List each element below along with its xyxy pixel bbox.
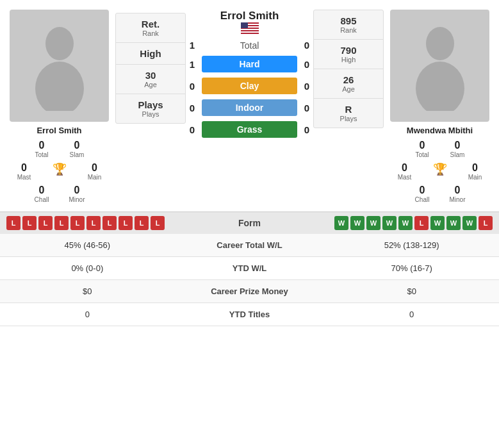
stats-right-val: 0 [324,303,499,326]
player1-mast: 0 Mast [10,162,38,181]
player2-chall: 0 Chall [408,185,437,203]
form-badge-p1: L [54,216,69,230]
stats-left-val: 45% (46-56) [0,234,175,257]
player1-high-cell: High [116,43,185,65]
indoor-row: 0 Indoor 0 [186,99,313,116]
stats-row: $0 Career Prize Money $0 [0,280,499,303]
stats-center-label: YTD W/L [175,257,325,280]
form-badge-p2: W [398,216,413,230]
form-badge-p2: L [414,216,429,230]
form-badge-p1: L [151,216,165,230]
svg-point-0 [45,27,74,60]
form-section: LLLLLLLLLL Form WWWWWLWWWL [0,212,499,234]
player1-flag [241,22,259,34]
center-block: Errol Smith 1 Total 0 1 Hard 0 0 Clay 0 [186,10,313,138]
main-container: Errol Smith 0 Total 0 Slam 0 Mast 🏆 [0,0,499,326]
player2-total: 0 Total [408,140,437,158]
form-badge-p1: L [135,216,149,230]
hard-row: 1 Hard 0 [186,56,313,72]
form-badge-p2: W [366,216,380,230]
stats-table: 45% (46-56) Career Total W/L 52% (138-12… [0,234,499,326]
player2-high-cell: 790 High [314,40,383,69]
top-row: Errol Smith 0 Total 0 Slam 0 Mast 🏆 [0,0,499,212]
stats-center-label: Career Total W/L [175,234,325,257]
svg-point-1 [35,62,84,111]
player1-block: Errol Smith 0 Total 0 Slam 0 Mast 🏆 [3,10,115,205]
form-label: Form [238,218,261,228]
form-badge-p2: W [334,216,348,230]
stats-right-val: 70% (16-7) [324,257,499,280]
player2-name: Mwendwa Mbithi [407,126,473,135]
player1-stats-top: 0 Total 0 Slam [28,140,92,158]
clay-row: 0 Clay 0 [186,78,313,94]
player1-info-box: Ret. Rank High 30 Age Plays Plays [115,13,186,124]
form-badge-p1: L [70,216,85,230]
player1-header: Errol Smith [220,10,279,34]
player2-plays-cell: R Plays [314,99,383,128]
stats-right-val: 52% (138-129) [324,234,499,257]
player1-minor: 0 Minor [63,185,92,203]
form-badge-p1: L [102,216,117,230]
stats-row: 0 YTD Titles 0 [0,303,499,326]
player1-age-cell: 30 Age [116,65,185,94]
stats-left-val: 0% (0-0) [0,257,175,280]
player1-avatar [10,10,109,122]
form-badge-p2: W [382,216,397,230]
player2-slam: 0 Slam [443,140,472,158]
player1-plays-cell: Plays Plays [116,94,185,123]
form-badge-p1: L [6,216,20,230]
form-badge-p1: L [38,216,53,230]
stats-right-val: $0 [324,280,499,303]
stats-center-label: YTD Titles [175,303,325,326]
player2-avatar [390,10,489,122]
player1-stats-bot: 0 Chall 0 Minor [28,185,92,203]
player1-name: Errol Smith [37,126,81,135]
form-badge-p2: W [446,216,461,230]
player2-form-badges: WWWWWLWWWL [334,216,493,230]
player1-stats-mid: 0 Mast 🏆 0 Main [10,162,109,181]
form-badge-p1: L [86,216,101,230]
player1-slam: 0 Slam [63,140,92,158]
player1-total: 0 Total [28,140,56,158]
stats-row: 0% (0-0) YTD W/L 70% (16-7) [0,257,499,280]
form-badge-p2: W [350,216,364,230]
stats-center-label: Career Prize Money [175,280,325,303]
player1-trophy: 🏆 [45,162,74,181]
total-row: 1 Total 0 [186,40,313,51]
form-badge-p2: W [462,216,477,230]
form-badge-p1: L [22,216,37,230]
stats-left-val: $0 [0,280,175,303]
stats-row: 45% (46-56) Career Total W/L 52% (138-12… [0,234,499,257]
form-badge-p2: L [479,216,493,230]
player1-rank-cell: Ret. Rank [116,13,185,43]
player2-stats-mid: 0 Mast 🏆 0 Main [390,162,489,181]
player2-trophy: 🏆 [425,162,454,181]
player2-mast: 0 Mast [390,162,419,181]
player1-main: 0 Main [80,162,109,181]
svg-point-2 [426,27,454,60]
form-badge-p2: W [430,216,445,230]
grass-row: 0 Grass 0 [186,121,313,138]
player2-stats-top: 0 Total 0 Slam [408,140,472,158]
player1-name-top: Errol Smith [220,10,279,22]
svg-point-3 [416,62,464,111]
player2-minor: 0 Minor [443,185,472,203]
stats-left-val: 0 [0,303,175,326]
player1-form-badges: LLLLLLLLLL [6,216,165,230]
player2-age-cell: 26 Age [314,69,383,99]
player2-rank-cell: 895 Rank [314,10,383,40]
player2-block: Mwendwa Mbithi 0 Total 0 Slam 0 Mast 🏆 [384,10,496,205]
player2-info-box: 895 Rank 790 High 26 Age R Plays [313,10,384,128]
player2-stats-bot: 0 Chall 0 Minor [408,185,472,203]
player1-chall: 0 Chall [28,185,56,203]
form-badge-p1: L [119,216,133,230]
player2-main: 0 Main [461,162,489,181]
